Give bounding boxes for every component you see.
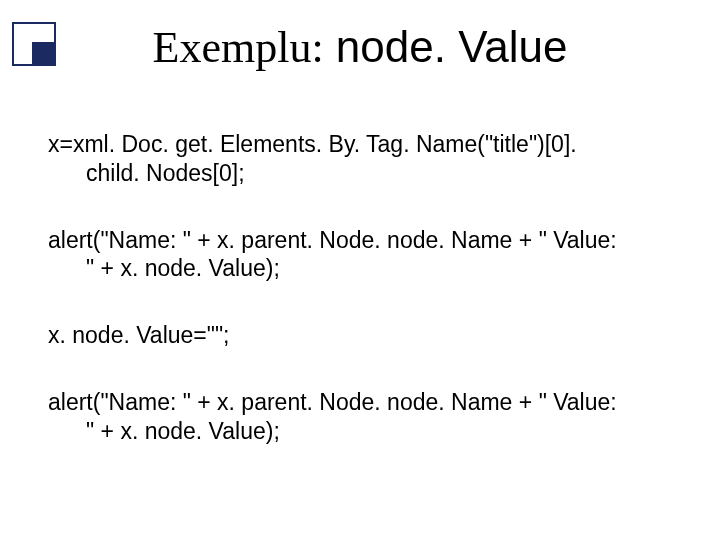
code-block-4: alert("Name: " + x. parent. Node. node. …: [48, 388, 700, 446]
title-prefix: Exemplu:: [153, 23, 324, 72]
slide: Exemplu: node. Value x=xml. Doc. get. El…: [0, 0, 720, 540]
slide-title: Exemplu: node. Value: [0, 22, 720, 73]
title-keyword: node. Value: [324, 22, 568, 71]
code-line: alert("Name: " + x. parent. Node. node. …: [48, 389, 617, 415]
slide-body: x=xml. Doc. get. Elements. By. Tag. Name…: [48, 130, 700, 520]
code-line: x=xml. Doc. get. Elements. By. Tag. Name…: [48, 131, 577, 157]
code-line: " + x. node. Value);: [48, 417, 700, 446]
code-line: x. node. Value="";: [48, 322, 230, 348]
code-line: alert("Name: " + x. parent. Node. node. …: [48, 227, 617, 253]
code-line: child. Nodes[0];: [48, 159, 700, 188]
code-block-1: x=xml. Doc. get. Elements. By. Tag. Name…: [48, 130, 700, 188]
code-block-2: alert("Name: " + x. parent. Node. node. …: [48, 226, 700, 284]
code-block-3: x. node. Value="";: [48, 321, 700, 350]
code-line: " + x. node. Value);: [48, 254, 700, 283]
